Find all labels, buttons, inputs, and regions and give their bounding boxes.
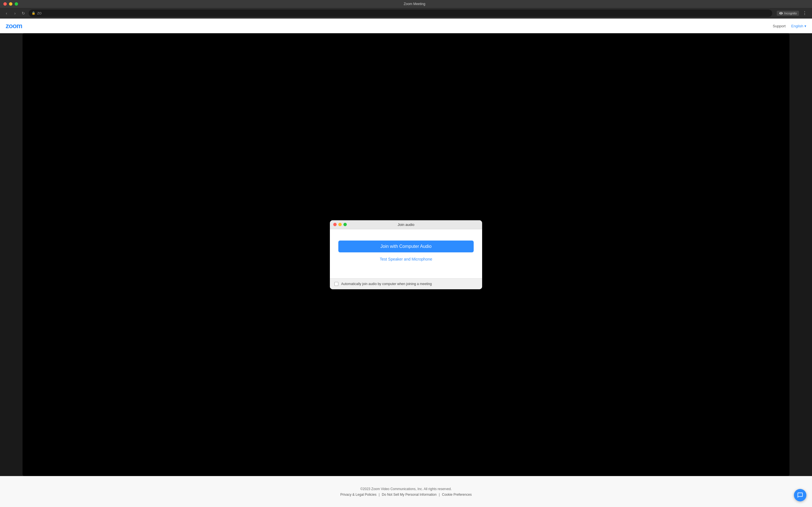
lock-icon: 🔒	[32, 11, 36, 15]
reload-button[interactable]: ↻	[20, 10, 27, 16]
join-audio-dialog: Join audio Join with Computer Audio Test…	[330, 220, 406, 254]
dialog-overlay: Join audio Join with Computer Audio Test…	[22, 33, 406, 253]
back-button[interactable]: ‹	[3, 10, 10, 16]
dialog-close-button[interactable]	[333, 223, 337, 226]
address-text: ZO	[37, 11, 42, 15]
forward-button[interactable]: ›	[12, 10, 18, 16]
dialog-body: Join with Computer Audio Test Speaker an…	[330, 229, 406, 254]
dialog-titlebar: Join audio	[330, 220, 406, 229]
browser-titlebar: Zoom Meeting	[0, 0, 406, 8]
browser-maximize-button[interactable]	[15, 2, 18, 6]
zoom-meeting-area: Join audio Join with Computer Audio Test…	[22, 33, 406, 253]
dialog-maximize-button[interactable]	[343, 223, 347, 226]
dialog-traffic-lights	[333, 223, 347, 226]
zoom-logo: zoom	[6, 22, 22, 30]
browser-toolbar: ‹ › ↻ 🔒 ZO Incognito ⋮	[0, 8, 406, 18]
browser-close-button[interactable]	[3, 2, 7, 6]
browser-chrome: Zoom Meeting ‹ › ↻ 🔒 ZO Incognito ⋮	[0, 0, 406, 18]
join-computer-audio-button[interactable]: Join with Computer Audio	[338, 240, 406, 252]
dialog-minimize-button[interactable]	[338, 223, 342, 226]
dialog-title: Join audio	[398, 223, 406, 227]
address-bar[interactable]: 🔒 ZO	[29, 10, 406, 17]
zoom-website-header: zoom Support English ▾	[0, 18, 406, 33]
browser-title: Zoom Meeting	[20, 2, 406, 6]
browser-minimize-button[interactable]	[9, 2, 12, 6]
